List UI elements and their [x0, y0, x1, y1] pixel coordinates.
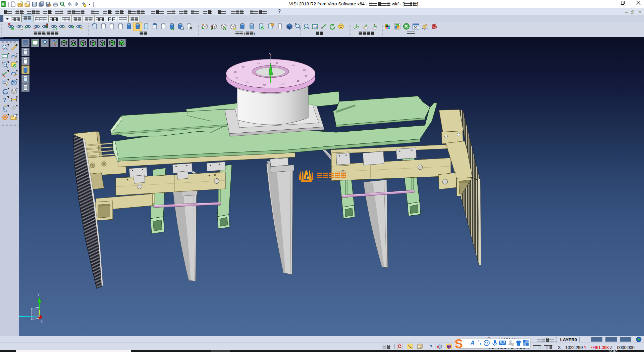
svg-text:Y: Y	[269, 52, 272, 56]
svg-text:X: X	[40, 319, 43, 323]
svg-text:10: 10	[419, 347, 421, 349]
svg-text:Y: Y	[37, 293, 40, 297]
svg-text:1:1: 1:1	[313, 25, 317, 28]
svg-text:?: ?	[429, 344, 432, 349]
svg-text:?: ?	[3, 97, 6, 103]
svg-text:7: 7	[512, 343, 513, 346]
svg-text:V: V	[2, 2, 4, 7]
